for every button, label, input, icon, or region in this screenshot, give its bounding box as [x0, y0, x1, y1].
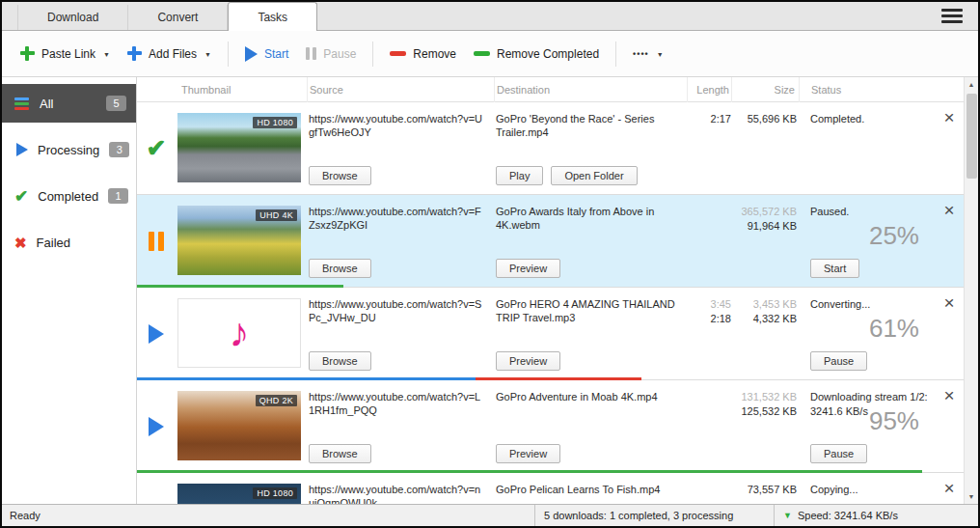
- music-note-icon: ♪: [230, 313, 250, 353]
- start-task-button[interactable]: Start: [810, 259, 859, 278]
- status-speed: Speed: 3241.64 KB/s: [798, 510, 898, 521]
- more-actions-button[interactable]: •••• ▼: [624, 43, 672, 65]
- audio-thumbnail: ♪: [177, 298, 301, 368]
- preview-button[interactable]: Preview: [496, 444, 560, 463]
- remove-completed-icon: [474, 51, 490, 56]
- menu-icon[interactable]: [941, 9, 963, 23]
- size-done: 4,332 KB: [731, 313, 797, 324]
- header-size: Size: [731, 77, 799, 102]
- pause-task-button[interactable]: Pause: [810, 444, 867, 463]
- header-destination: Destination: [494, 77, 687, 102]
- tab-bar: Download Convert Tasks: [2, 2, 978, 31]
- close-icon[interactable]: ×: [943, 386, 954, 404]
- browse-button[interactable]: Browse: [309, 444, 371, 463]
- destination-file: GoPro Pelican Learns To Fish.mp4: [496, 483, 677, 496]
- browse-button[interactable]: Browse: [309, 351, 371, 371]
- sidebar-item-label: Completed: [38, 189, 98, 204]
- open-folder-button[interactable]: Open Folder: [551, 166, 637, 185]
- length-value: 2:17: [687, 113, 731, 125]
- destination-file: GoPro Adventure in Moab 4K.mp4: [496, 390, 677, 403]
- download-speed-icon: ▼: [783, 511, 792, 520]
- close-icon[interactable]: ×: [943, 479, 954, 497]
- close-icon[interactable]: ×: [943, 201, 954, 219]
- paste-link-label: Paste Link: [41, 47, 95, 61]
- video-thumbnail: QHD 2K: [177, 391, 301, 460]
- destination-file: GoPro HERO 4 AMAZING THAILAND TRIP Trave…: [496, 297, 677, 325]
- pause-label: Pause: [323, 47, 356, 61]
- close-icon[interactable]: ×: [943, 108, 954, 126]
- toolbar-divider: [615, 42, 616, 67]
- status-text: Downloading stream 1/2:: [810, 390, 928, 404]
- scroll-down-icon[interactable]: ▼: [965, 489, 978, 504]
- plus-icon: [20, 46, 35, 61]
- progress-percent: 61%: [869, 316, 919, 341]
- size-total: 131,532 KB: [731, 391, 797, 403]
- tab-download[interactable]: Download: [17, 5, 128, 30]
- preview-button[interactable]: Preview: [496, 351, 560, 371]
- add-files-button[interactable]: Add Files ▼: [119, 41, 220, 67]
- chevron-down-icon[interactable]: ▼: [204, 51, 211, 58]
- sidebar-item-processing[interactable]: Processing 3: [2, 130, 136, 169]
- source-url: https://www.youtube.com/watch?v=SPc_JVHw…: [309, 297, 486, 325]
- remove-icon: [390, 51, 406, 56]
- processing-icon: [149, 417, 164, 436]
- paste-link-button[interactable]: Paste Link ▼: [12, 41, 119, 67]
- start-button[interactable]: Start: [236, 41, 297, 68]
- sidebar-item-failed[interactable]: ✖ Failed: [2, 223, 136, 262]
- quality-badge: UHD 4K: [256, 209, 297, 221]
- scrollbar-thumb[interactable]: [966, 94, 977, 179]
- header-spacer: [935, 77, 964, 102]
- status-text: Copying...: [810, 483, 858, 497]
- task-row[interactable]: UHD 4K https://www.youtube.com/watch?v=F…: [137, 195, 964, 288]
- toolbar-divider: [372, 42, 373, 67]
- task-row[interactable]: ✔ HD 1080 https://www.youtube.com/watch?…: [137, 473, 964, 504]
- preview-button[interactable]: Preview: [496, 259, 560, 278]
- scroll-up-icon[interactable]: ▲: [965, 77, 978, 92]
- count-badge: 5: [106, 96, 126, 111]
- progress-percent: 95%: [869, 408, 919, 433]
- sidebar-item-label: Processing: [38, 143, 99, 157]
- quality-badge: HD 1080: [253, 117, 297, 128]
- task-row[interactable]: ♪ https://www.youtube.com/watch?v=SPc_JV…: [137, 288, 964, 380]
- check-icon: ✔: [14, 188, 28, 205]
- size-total: 3,453 KB: [731, 298, 797, 310]
- sidebar-item-completed[interactable]: ✔ Completed 1: [2, 177, 136, 215]
- remove-completed-button[interactable]: Remove Completed: [465, 42, 608, 67]
- video-thumbnail: UHD 4K: [177, 206, 301, 275]
- source-url: https://www.youtube.com/watch?v=UgfTw6He…: [309, 112, 486, 140]
- chevron-down-icon[interactable]: ▼: [657, 51, 664, 58]
- task-row[interactable]: QHD 2K https://www.youtube.com/watch?v=L…: [137, 380, 964, 473]
- close-icon[interactable]: ×: [943, 293, 954, 312]
- source-url: https://www.youtube.com/watch?v=FZsxz9Zp…: [309, 205, 486, 233]
- pause-icon: [306, 47, 316, 60]
- header-thumbnail: Thumbnail: [137, 77, 307, 102]
- app-window: Download Convert Tasks Paste Link ▼ Add …: [0, 0, 980, 528]
- chevron-down-icon[interactable]: ▼: [103, 51, 110, 58]
- plus-icon: [127, 46, 142, 61]
- sidebar-item-label: Failed: [37, 236, 70, 250]
- tab-convert[interactable]: Convert: [128, 5, 228, 30]
- sidebar-item-label: All: [40, 97, 53, 111]
- size-done: 125,532 KB: [731, 405, 797, 417]
- sidebar-item-all[interactable]: All 5: [2, 84, 136, 123]
- progress-bar: [137, 285, 964, 288]
- header-length: Length: [687, 77, 731, 102]
- remove-button[interactable]: Remove: [381, 42, 465, 67]
- pause-task-button[interactable]: Pause: [810, 351, 867, 371]
- status-ready: Ready: [2, 510, 534, 521]
- toolbar-divider: [228, 42, 229, 67]
- play-button[interactable]: Play: [496, 166, 543, 185]
- size-total: 365,572 KB: [731, 206, 797, 217]
- status-text: Paused.: [810, 205, 849, 219]
- length-total: 3:45: [687, 298, 731, 310]
- tab-tasks[interactable]: Tasks: [228, 2, 317, 31]
- toolbar: Paste Link ▼ Add Files ▼ Start Pause Rem…: [2, 31, 978, 77]
- browse-button[interactable]: Browse: [309, 259, 371, 278]
- status-text: Converting...: [810, 297, 870, 312]
- browse-button[interactable]: Browse: [309, 166, 371, 185]
- task-row[interactable]: ✔ HD 1080 https://www.youtube.com/watch?…: [137, 102, 964, 195]
- table-header: Thumbnail Source Destination Length Size…: [137, 77, 964, 102]
- count-badge: 3: [109, 142, 129, 157]
- progress-bar: [137, 470, 964, 473]
- pause-button[interactable]: Pause: [297, 42, 365, 67]
